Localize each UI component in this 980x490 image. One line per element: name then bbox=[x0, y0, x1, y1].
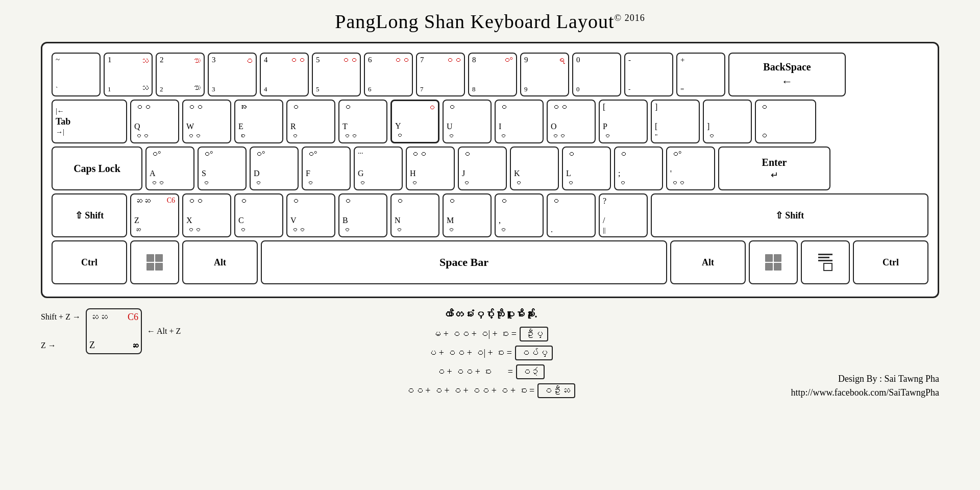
key-tab[interactable]: |← Tab →| bbox=[52, 100, 127, 143]
key-k[interactable]: Kဝ bbox=[510, 146, 559, 190]
key-quote[interactable]: ဝ° 'ဝဝ bbox=[666, 146, 715, 190]
key-j[interactable]: ဝ Jဝ bbox=[458, 146, 507, 190]
alt-left-label: Alt bbox=[214, 257, 226, 268]
key-lbracket[interactable]: ] [" bbox=[651, 100, 700, 143]
key-t[interactable]: ဝ Tဝဝ bbox=[338, 100, 387, 143]
key-ctrl-left[interactable]: Ctrl bbox=[52, 240, 127, 284]
key-u[interactable]: ဝ Uဝ bbox=[443, 100, 492, 143]
key-w[interactable]: ဝဝ Wဝဝ bbox=[182, 100, 231, 143]
key-space[interactable]: Space Bar bbox=[261, 240, 667, 284]
credit-section: Design By : Sai Tawng Pha http://www.fac… bbox=[776, 308, 939, 398]
key-f[interactable]: ဝ° Fဝ bbox=[302, 146, 351, 190]
key-slash[interactable]: ? /|| bbox=[599, 193, 648, 237]
demo-key-tr: C6 bbox=[114, 312, 138, 323]
key-alt-left[interactable]: Alt bbox=[182, 240, 258, 284]
legend-demo: Shift + Z → Z → ဆဆ C6 Z ဆ ← Alt + Z bbox=[41, 308, 204, 354]
shift-right-label: ⇧ Shift bbox=[775, 210, 804, 221]
key-s[interactable]: ဝ° Sဝ bbox=[198, 146, 247, 190]
key-alt-right[interactable]: Alt bbox=[670, 240, 746, 284]
key-semicolon[interactable]: ဝ ;ဝ bbox=[614, 146, 663, 190]
title-text: PangLong Shan Keyboard Layout bbox=[335, 11, 614, 32]
key-6[interactable]: 6 ဝဝ 6 bbox=[364, 53, 413, 96]
key-4[interactable]: 4 ဝဝ 4 bbox=[260, 53, 309, 96]
key-a[interactable]: ဝ° Aဝဝ bbox=[145, 146, 194, 190]
formulas-title: လံာ်တမံးၦဂ့ၢ်ဘိုၤပူၤႇဓိၤခုၣ်. bbox=[443, 308, 537, 320]
key-3[interactable]: 3 ဝ 3 bbox=[208, 53, 257, 96]
key-h[interactable]: ဝဝ Hဝ bbox=[406, 146, 455, 190]
enter-arrow-icon: ↵ bbox=[771, 169, 778, 181]
key-ctrl-right[interactable]: Ctrl bbox=[853, 240, 928, 284]
space-label: Space Bar bbox=[439, 256, 488, 269]
key-rbracket[interactable]: ]ဝ bbox=[703, 100, 752, 143]
key-period[interactable]: ဝ . bbox=[547, 193, 596, 237]
copyright-text: © 2016 bbox=[615, 13, 645, 23]
key-row-2: |← Tab →| ဝဝ Qဝဝ ဝဝ Wဝဝ bbox=[52, 100, 928, 143]
key-win-right[interactable] bbox=[749, 240, 798, 284]
key-row-1: ~ ` 1 သ 1 သ 2 ာ 2 ာ bbox=[52, 53, 928, 96]
key-n[interactable]: ဝ Nဝ bbox=[390, 193, 439, 237]
shift-z-label: Shift + Z → bbox=[41, 312, 81, 322]
ctrl-right-label: Ctrl bbox=[883, 257, 899, 268]
key-enter[interactable]: Enter ↵ bbox=[718, 146, 830, 190]
key-c[interactable]: ဝ Cဝ bbox=[234, 193, 283, 237]
key-tilde[interactable]: ~ ` bbox=[52, 53, 101, 96]
key-backspace[interactable]: BackSpace ← bbox=[728, 53, 846, 96]
menu-icon-container bbox=[818, 243, 832, 281]
formula-4: ဝဝ + ဝ + ဝ + ဝဝ + ဝ + ဝး = ဝဦးဆ bbox=[405, 383, 575, 398]
key-l[interactable]: ဝ Lဝ bbox=[562, 146, 611, 190]
key-m[interactable]: ဝ Mဝ bbox=[443, 193, 492, 237]
key-minus[interactable]: - - bbox=[624, 53, 673, 96]
alt-z-label: ← Alt + Z bbox=[147, 327, 181, 336]
key-2[interactable]: 2 ာ 2 ာ bbox=[156, 53, 205, 96]
demo-key-z: ဆဆ C6 Z ဆ bbox=[86, 308, 142, 354]
tab-label: Tab bbox=[56, 116, 70, 127]
key-i[interactable]: ဝ Iဝ bbox=[495, 100, 544, 143]
key-v[interactable]: ဝ Vဝဝ bbox=[286, 193, 335, 237]
tab-arrow-right: →| bbox=[56, 128, 64, 136]
keyboard-layout: ~ ` 1 သ 1 သ 2 ာ 2 ာ bbox=[41, 42, 939, 298]
alt-right-label: Alt bbox=[702, 257, 714, 268]
key-capslock[interactable]: Caps Lock bbox=[52, 146, 142, 190]
formula-2: ပ + ဝဝ + ဝ| + ဝး = ဝပ်ၦ bbox=[427, 346, 553, 360]
key-q[interactable]: ဝဝ Qဝဝ bbox=[130, 100, 179, 143]
key-e[interactable]: အး Eဝး bbox=[234, 100, 283, 143]
key-row-3: Caps Lock ဝ° Aဝဝ ဝ° Sဝ ဝ° D bbox=[52, 146, 928, 190]
key-d[interactable]: ဝ° Dဝ bbox=[250, 146, 299, 190]
enter-label: Enter bbox=[762, 157, 787, 168]
key-8[interactable]: 8 ဝ° 8 bbox=[468, 53, 517, 96]
key-shift-left[interactable]: ⇧ Shift bbox=[52, 193, 127, 237]
win-right-icon-container bbox=[765, 243, 781, 281]
demo-key-br: ဆ bbox=[114, 341, 138, 351]
key-comma[interactable]: ဝ ,ဝ bbox=[495, 193, 544, 237]
formula-3: ဝ + ဝဝ + ဝး = ဝ၃ဴ bbox=[435, 364, 545, 379]
key-backslash[interactable]: ဝ ဝ bbox=[755, 100, 816, 143]
key-g[interactable]: ··· Gဝ bbox=[354, 146, 403, 190]
key-o[interactable]: ဝဝ Oဝဝ bbox=[547, 100, 596, 143]
designer-credit: Design By : Sai Tawng Pha bbox=[838, 374, 939, 384]
key-9[interactable]: 9 ရ 9 bbox=[520, 53, 569, 96]
formula-1: မ + ဝဝ + ဝ| + ဝး = ဦးၦ bbox=[432, 327, 548, 341]
key-z[interactable]: ဆဆ C6 Zဆ bbox=[130, 193, 179, 237]
win-left-icon-container bbox=[146, 243, 163, 281]
windows-icon bbox=[146, 254, 163, 271]
key-7[interactable]: 7 ဝဝ 7 bbox=[416, 53, 465, 96]
key-0[interactable]: 0 0 bbox=[572, 53, 621, 96]
key-y[interactable]: ဝ Yဝ bbox=[390, 100, 439, 143]
designer-url: http://www.facebook.com/SaiTawngPha bbox=[791, 387, 939, 398]
backspace-arrow-icon: ← bbox=[781, 75, 793, 88]
menu-icon bbox=[818, 254, 832, 271]
key-win-left[interactable] bbox=[130, 240, 179, 284]
key-b[interactable]: ဝ Bဝ bbox=[338, 193, 387, 237]
key-x[interactable]: ဝဝ Xဝဝ bbox=[182, 193, 231, 237]
legend-section: Shift + Z → Z → ဆဆ C6 Z ဆ ← Alt + Z bbox=[41, 308, 204, 398]
backspace-label: BackSpace bbox=[763, 61, 811, 73]
key-r[interactable]: ဝ Rဝ bbox=[286, 100, 335, 143]
key-shift-right[interactable]: ⇧ Shift bbox=[651, 193, 928, 237]
key-p[interactable]: [ Pဝ bbox=[599, 100, 648, 143]
key-menu[interactable] bbox=[801, 240, 850, 284]
key-5[interactable]: 5 ဝဝ 5 bbox=[312, 53, 361, 96]
key-1[interactable]: 1 သ 1 သ bbox=[104, 53, 153, 96]
key-equals[interactable]: + = bbox=[676, 53, 725, 96]
ctrl-left-label: Ctrl bbox=[81, 257, 97, 268]
tab-arrow-left: |← bbox=[56, 107, 64, 115]
